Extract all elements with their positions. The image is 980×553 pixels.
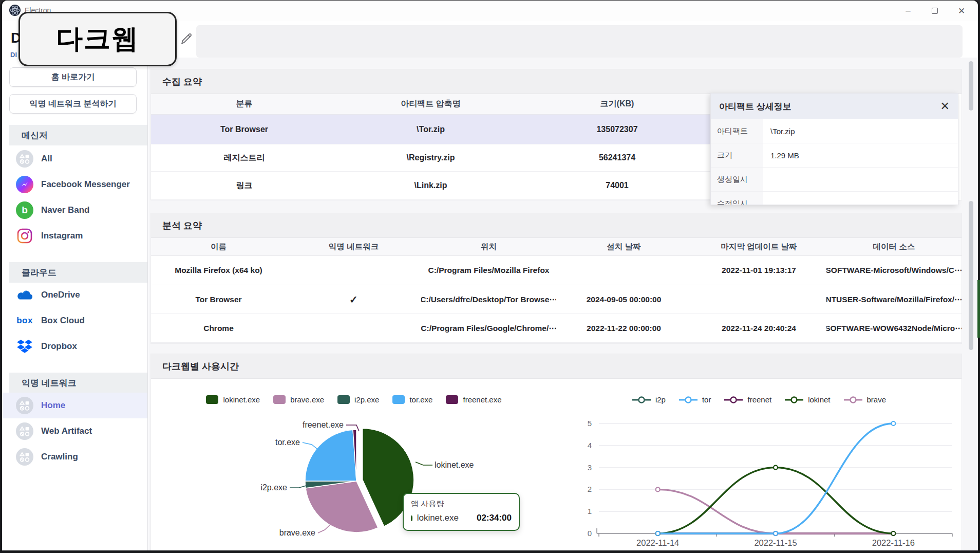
column-header: 아티팩트 압축명: [337, 94, 524, 115]
svg-text:0: 0: [588, 529, 592, 538]
onedrive-icon: [15, 286, 34, 304]
svg-text:2022-11-14: 2022-11-14: [636, 538, 679, 547]
cell-category: Tor Browser: [151, 115, 337, 144]
box-icon: box: [15, 311, 34, 330]
app-window: Electron – ✕ D DI 다크웹 홈 바로가기 익명 네트워크 분석하…: [2, 1, 978, 550]
sidebar-item-home[interactable]: Home: [2, 393, 147, 418]
maximize-icon: [932, 8, 938, 14]
cell-updated: 2022-11-24 20:40:24: [691, 314, 826, 343]
close-icon[interactable]: ✕: [940, 101, 950, 112]
cell-archive: \Tor.zip: [337, 115, 524, 144]
window-controls: – ✕: [895, 1, 975, 21]
cell-archive: \Link.zip: [337, 172, 524, 200]
column-header: 설치 날짜: [556, 238, 691, 256]
artifact-detail-panel: 아티팩트 상세정보 ✕ 아티팩트 \Tor.zip 크기 1.29 MB 생성일…: [710, 93, 958, 205]
cell-installed: [556, 256, 691, 285]
vertical-scrollbar-thumb[interactable]: [969, 201, 973, 350]
minimize-button[interactable]: –: [895, 1, 921, 21]
annotation-overlay-label: 다크웹: [18, 12, 177, 66]
pie-tooltip: 앱 사용량 lokinet.exe 02:34:00: [403, 493, 520, 531]
analysis-summary-card: 분석 요약 이름 익명 네트워크 위치 설치 날짜 마지막 업데이트 날짜 데이…: [151, 213, 962, 343]
sidebar-item-facebook-messenger[interactable]: Facebook Messenger: [2, 172, 147, 197]
sidebar-item-web-artifact[interactable]: Web Artifact: [2, 418, 147, 444]
analysis-summary-header-row: 이름 익명 네트워크 위치 설치 날짜 마지막 업데이트 날짜 데이터 소스: [151, 238, 962, 256]
sidebar-item-all[interactable]: All: [2, 146, 147, 172]
field-label: 아티팩트: [711, 119, 763, 143]
sidebar-item-naver-band[interactable]: b Naver Band: [2, 197, 147, 223]
cell-updated: [691, 285, 826, 314]
sidebar-item-label: Instagram: [41, 231, 83, 241]
sidebar-item-label: Web Artifact: [41, 426, 92, 436]
svg-text:i2p.exe: i2p.exe: [260, 483, 287, 492]
cell-source: SOFTWARE-WOW6432Node/Micro⋯: [826, 314, 962, 343]
svg-text:1: 1: [588, 507, 592, 515]
svg-text:4: 4: [588, 441, 592, 450]
cell-updated: 2022-11-01 19:13:17: [691, 256, 826, 285]
electron-app-icon: [9, 4, 21, 16]
sidebar-item-crawling[interactable]: Crawling: [2, 444, 147, 470]
sidebar: 홈 바로가기 익명 네트워크 분석하기 메신저 All Facebook Mes…: [2, 58, 148, 550]
analysis-summary-title: 분석 요약: [151, 213, 962, 238]
frame-green-strip: [977, 280, 980, 338]
table-row[interactable]: Tor Browser ✓ C:/Users/dfrc/Desktop/Tor …: [151, 285, 962, 314]
column-header: 익명 네트워크: [286, 238, 421, 256]
close-button[interactable]: ✕: [948, 1, 975, 21]
field-label: 생성일시: [711, 168, 763, 191]
field-label: 수정일시: [711, 192, 763, 205]
column-header: 데이터 소스: [826, 238, 962, 256]
cell-source: SOFTWARE-Microsoft/Windows/C⋯: [826, 256, 962, 285]
cell-source: NTUSER-Software/Mozilla/Firefox/⋯: [826, 285, 962, 314]
cell-size: 74001: [524, 172, 710, 200]
tooltip-series-name: lokinet.exe: [417, 513, 459, 523]
vertical-scrollbar-thumb[interactable]: [969, 61, 973, 110]
cell-category: 링크: [151, 172, 337, 200]
cell-anon-check: [286, 256, 421, 285]
cell-category: 레지스트리: [151, 144, 337, 172]
field-value: [763, 168, 958, 191]
sidebar-item-onedrive[interactable]: OneDrive: [2, 282, 147, 308]
maximize-button[interactable]: [921, 1, 948, 21]
tooltip-value: 02:34:00: [477, 513, 512, 523]
naver-band-icon: b: [15, 201, 34, 219]
sidebar-item-dropbox[interactable]: Dropbox: [2, 334, 147, 359]
svg-text:3: 3: [588, 463, 592, 472]
cell-anon-check: [286, 314, 421, 343]
sidebar-item-label: Home: [41, 400, 65, 411]
artifact-detail-title: 아티팩트 상세정보: [719, 101, 791, 113]
svg-text:2022-11-15: 2022-11-15: [754, 538, 797, 547]
detail-field-row: 수정일시: [711, 192, 958, 205]
collection-summary-title: 수집 요약: [151, 69, 962, 94]
svg-text:tor.exe: tor.exe: [275, 438, 300, 447]
app-window-frame: Electron – ✕ D DI 다크웹 홈 바로가기 익명 네트워크 분석하…: [0, 0, 980, 553]
sidebar-item-box-cloud[interactable]: box Box Cloud: [2, 308, 147, 334]
cell-installed: 2024-09-05 00:00:00: [556, 285, 691, 314]
detail-field-row: 생성일시: [711, 168, 958, 192]
column-header: 크기(KB): [524, 94, 710, 115]
sidebar-item-label: Box Cloud: [41, 316, 85, 326]
sidebar-item-instagram[interactable]: Instagram: [2, 223, 147, 249]
field-label: 크기: [711, 143, 763, 167]
column-header: 이름: [151, 238, 286, 256]
usage-time-line-chart[interactable]: 0123452022-11-142022-11-152022-11-16: [557, 354, 962, 550]
messenger-icon: [15, 175, 34, 194]
dropbox-icon: [15, 337, 34, 356]
sidebar-section-messenger: 메신저: [9, 125, 147, 145]
field-value: [763, 192, 958, 205]
cell-name: Mozilla Firefox (x64 ko): [151, 256, 286, 285]
field-value: 1.29 MB: [763, 143, 958, 167]
sidebar-item-label: Facebook Messenger: [41, 179, 130, 190]
cell-location: C:/Program Files/Mozilla Firefox: [421, 256, 556, 285]
table-row[interactable]: Chrome C:/Program Files/Google/Chrome/⋯ …: [151, 314, 962, 343]
home-shortcut-button[interactable]: 홈 바로가기: [9, 67, 137, 87]
apps-grid-icon: [15, 448, 34, 466]
apps-grid-icon: [15, 422, 34, 440]
analyze-anonymous-network-button[interactable]: 익명 네트워크 분석하기: [9, 94, 137, 114]
detail-field-row: 아티팩트 \Tor.zip: [711, 119, 958, 143]
apps-grid-icon: [15, 396, 34, 415]
edit-pencil-icon[interactable]: [179, 31, 194, 46]
column-header: 분류: [151, 94, 337, 115]
table-row[interactable]: Mozilla Firefox (x64 ko) C:/Program File…: [151, 256, 962, 285]
cell-location: C:/Users/dfrc/Desktop/Tor Browse⋯: [421, 285, 556, 314]
tooltip-title: 앱 사용량: [411, 499, 512, 509]
svg-text:2: 2: [588, 485, 592, 493]
